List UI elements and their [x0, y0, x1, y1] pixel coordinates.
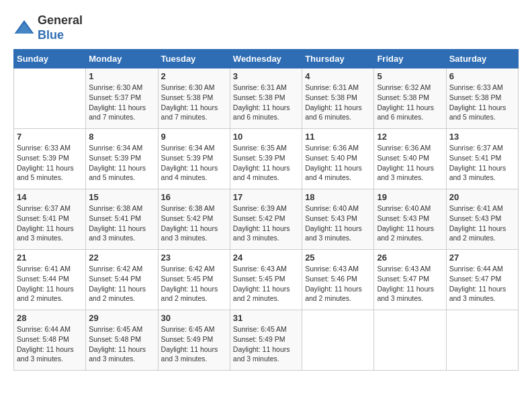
- day-info: Sunrise: 6:40 AMSunset: 5:43 PMDaylight:…: [377, 203, 443, 243]
- calendar-cell: 24Sunrise: 6:43 AMSunset: 5:45 PMDayligh…: [230, 250, 302, 310]
- calendar-cell: 30Sunrise: 6:45 AMSunset: 5:49 PMDayligh…: [158, 310, 230, 371]
- day-number: 19: [377, 192, 443, 202]
- day-number: 29: [89, 313, 154, 323]
- week-row-5: 28Sunrise: 6:44 AMSunset: 5:48 PMDayligh…: [14, 310, 519, 371]
- day-info: Sunrise: 6:33 AMSunset: 5:39 PMDaylight:…: [17, 143, 83, 183]
- day-info: Sunrise: 6:42 AMSunset: 5:45 PMDaylight:…: [161, 264, 227, 304]
- calendar-cell: [302, 310, 374, 371]
- day-info: Sunrise: 6:30 AMSunset: 5:38 PMDaylight:…: [161, 83, 227, 122]
- header-day-tuesday: Tuesday: [158, 50, 230, 68]
- day-number: 18: [305, 192, 371, 202]
- day-number: 23: [161, 253, 227, 263]
- calendar-cell: 12Sunrise: 6:36 AMSunset: 5:40 PMDayligh…: [374, 129, 446, 189]
- day-number: 6: [449, 71, 515, 81]
- calendar-cell: 16Sunrise: 6:38 AMSunset: 5:42 PMDayligh…: [158, 189, 230, 250]
- day-number: 22: [89, 253, 154, 263]
- day-info: Sunrise: 6:43 AMSunset: 5:47 PMDaylight:…: [377, 264, 443, 304]
- day-info: Sunrise: 6:38 AMSunset: 5:42 PMDaylight:…: [161, 203, 227, 243]
- calendar-cell: 25Sunrise: 6:43 AMSunset: 5:46 PMDayligh…: [302, 250, 374, 310]
- calendar-cell: 11Sunrise: 6:36 AMSunset: 5:40 PMDayligh…: [302, 129, 374, 189]
- day-info: Sunrise: 6:37 AMSunset: 5:41 PMDaylight:…: [449, 143, 515, 183]
- day-info: Sunrise: 6:38 AMSunset: 5:41 PMDaylight:…: [89, 203, 154, 243]
- day-number: 25: [305, 253, 371, 263]
- header-row: SundayMondayTuesdayWednesdayThursdayFrid…: [14, 50, 519, 68]
- day-number: 30: [161, 313, 227, 323]
- logo-general: General: [38, 13, 83, 27]
- calendar-cell: 10Sunrise: 6:35 AMSunset: 5:39 PMDayligh…: [230, 129, 302, 189]
- calendar-cell: 26Sunrise: 6:43 AMSunset: 5:47 PMDayligh…: [374, 250, 446, 310]
- calendar-cell: 3Sunrise: 6:31 AMSunset: 5:38 PMDaylight…: [230, 68, 302, 129]
- day-number: 20: [449, 192, 515, 202]
- calendar-cell: 13Sunrise: 6:37 AMSunset: 5:41 PMDayligh…: [446, 129, 518, 189]
- day-number: 24: [233, 253, 299, 263]
- calendar-cell: 23Sunrise: 6:42 AMSunset: 5:45 PMDayligh…: [158, 250, 230, 310]
- day-info: Sunrise: 6:30 AMSunset: 5:37 PMDaylight:…: [89, 83, 154, 122]
- week-row-3: 14Sunrise: 6:37 AMSunset: 5:41 PMDayligh…: [14, 189, 519, 250]
- day-info: Sunrise: 6:34 AMSunset: 5:39 PMDaylight:…: [161, 143, 227, 183]
- calendar-table: SundayMondayTuesdayWednesdayThursdayFrid…: [13, 49, 519, 371]
- calendar-cell: 7Sunrise: 6:33 AMSunset: 5:39 PMDaylight…: [14, 129, 86, 189]
- calendar-cell: 18Sunrise: 6:40 AMSunset: 5:43 PMDayligh…: [302, 189, 374, 250]
- calendar-cell: 2Sunrise: 6:30 AMSunset: 5:38 PMDaylight…: [158, 68, 230, 129]
- day-number: 5: [377, 71, 443, 81]
- calendar-cell: 22Sunrise: 6:42 AMSunset: 5:44 PMDayligh…: [86, 250, 158, 310]
- day-number: 3: [233, 71, 299, 81]
- day-number: 14: [17, 192, 83, 202]
- calendar-header: SundayMondayTuesdayWednesdayThursdayFrid…: [14, 50, 519, 68]
- day-info: Sunrise: 6:36 AMSunset: 5:40 PMDaylight:…: [377, 143, 443, 183]
- logo-icon: [13, 17, 35, 39]
- day-info: Sunrise: 6:44 AMSunset: 5:48 PMDaylight:…: [17, 324, 83, 364]
- calendar-cell: 8Sunrise: 6:34 AMSunset: 5:39 PMDaylight…: [86, 129, 158, 189]
- day-info: Sunrise: 6:37 AMSunset: 5:41 PMDaylight:…: [17, 203, 83, 243]
- day-number: 1: [89, 71, 154, 81]
- day-info: Sunrise: 6:32 AMSunset: 5:38 PMDaylight:…: [377, 83, 443, 122]
- header-day-sunday: Sunday: [14, 50, 86, 68]
- calendar-cell: 15Sunrise: 6:38 AMSunset: 5:41 PMDayligh…: [86, 189, 158, 250]
- logo: General Blue: [13, 13, 83, 42]
- day-number: 11: [305, 132, 371, 142]
- day-number: 31: [233, 313, 299, 323]
- day-number: 17: [233, 192, 299, 202]
- header-day-thursday: Thursday: [302, 50, 374, 68]
- day-info: Sunrise: 6:43 AMSunset: 5:46 PMDaylight:…: [305, 264, 371, 304]
- day-number: 28: [17, 313, 83, 323]
- calendar-cell: 9Sunrise: 6:34 AMSunset: 5:39 PMDaylight…: [158, 129, 230, 189]
- calendar-cell: 4Sunrise: 6:31 AMSunset: 5:38 PMDaylight…: [302, 68, 374, 129]
- day-info: Sunrise: 6:35 AMSunset: 5:39 PMDaylight:…: [233, 143, 299, 183]
- calendar-cell: 1Sunrise: 6:30 AMSunset: 5:37 PMDaylight…: [86, 68, 158, 129]
- page-header: General Blue: [13, 13, 519, 42]
- day-info: Sunrise: 6:40 AMSunset: 5:43 PMDaylight:…: [305, 203, 371, 243]
- day-number: 4: [305, 71, 371, 81]
- day-info: Sunrise: 6:31 AMSunset: 5:38 PMDaylight:…: [233, 83, 299, 122]
- header-day-friday: Friday: [374, 50, 446, 68]
- calendar-cell: 6Sunrise: 6:33 AMSunset: 5:38 PMDaylight…: [446, 68, 518, 129]
- day-info: Sunrise: 6:31 AMSunset: 5:38 PMDaylight:…: [305, 83, 371, 122]
- day-number: 26: [377, 253, 443, 263]
- day-info: Sunrise: 6:44 AMSunset: 5:47 PMDaylight:…: [449, 264, 515, 304]
- header-day-saturday: Saturday: [446, 50, 518, 68]
- day-number: 8: [89, 132, 154, 142]
- day-number: 21: [17, 253, 83, 263]
- calendar-cell: 17Sunrise: 6:39 AMSunset: 5:42 PMDayligh…: [230, 189, 302, 250]
- day-number: 12: [377, 132, 443, 142]
- day-info: Sunrise: 6:34 AMSunset: 5:39 PMDaylight:…: [89, 143, 154, 183]
- day-info: Sunrise: 6:45 AMSunset: 5:48 PMDaylight:…: [89, 324, 154, 364]
- day-number: 2: [161, 71, 227, 81]
- calendar-cell: [14, 68, 86, 129]
- calendar-cell: [374, 310, 446, 371]
- day-info: Sunrise: 6:39 AMSunset: 5:42 PMDaylight:…: [233, 203, 299, 243]
- day-info: Sunrise: 6:45 AMSunset: 5:49 PMDaylight:…: [233, 324, 299, 364]
- calendar-cell: 28Sunrise: 6:44 AMSunset: 5:48 PMDayligh…: [14, 310, 86, 371]
- day-number: 10: [233, 132, 299, 142]
- calendar-cell: 20Sunrise: 6:41 AMSunset: 5:43 PMDayligh…: [446, 189, 518, 250]
- calendar-cell: [446, 310, 518, 371]
- day-info: Sunrise: 6:41 AMSunset: 5:43 PMDaylight:…: [449, 203, 515, 243]
- day-info: Sunrise: 6:41 AMSunset: 5:44 PMDaylight:…: [17, 264, 83, 304]
- day-number: 13: [449, 132, 515, 142]
- calendar-cell: 27Sunrise: 6:44 AMSunset: 5:47 PMDayligh…: [446, 250, 518, 310]
- day-number: 7: [17, 132, 83, 142]
- logo-blue: Blue: [38, 28, 64, 42]
- week-row-4: 21Sunrise: 6:41 AMSunset: 5:44 PMDayligh…: [14, 250, 519, 310]
- calendar-body: 1Sunrise: 6:30 AMSunset: 5:37 PMDaylight…: [14, 68, 519, 371]
- day-info: Sunrise: 6:45 AMSunset: 5:49 PMDaylight:…: [161, 324, 227, 364]
